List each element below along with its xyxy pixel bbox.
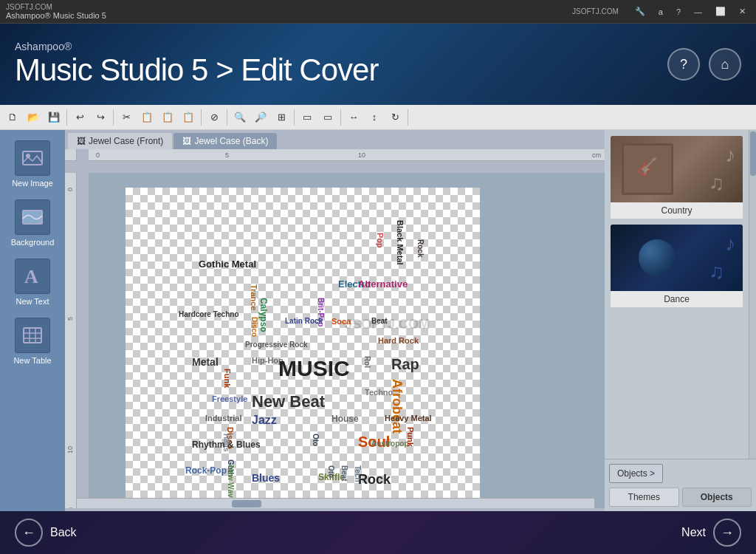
word-cloud-item: Oto: [312, 434, 320, 446]
theme-country-label: Country: [611, 202, 743, 219]
panel-scrollbar-thumb[interactable]: [750, 131, 756, 176]
panel-tab-themes[interactable]: Themes: [609, 488, 679, 507]
toolbar-sep-5: [294, 109, 295, 126]
zoom-out-button[interactable]: 🔎: [251, 108, 270, 127]
dance-img-bg: ♪ ♫: [611, 225, 743, 291]
panel-tab-objects[interactable]: Objects: [682, 488, 752, 507]
toolbar-sep-6: [340, 109, 341, 126]
theme-country[interactable]: 🎸 ♪ ♫ Country: [611, 136, 743, 219]
copy-button[interactable]: 📋: [137, 108, 157, 127]
new-button[interactable]: 🗋: [3, 108, 22, 127]
settings-button[interactable]: 🔧: [630, 5, 650, 18]
zoom-in-button[interactable]: 🔍: [230, 108, 250, 127]
toolbar-sep-3: [201, 109, 202, 126]
header-title: Ashampoo® Music Studio 5 > Edit Cover: [15, 41, 378, 88]
background-icon: [15, 199, 50, 235]
toolbar-sep-2: [113, 109, 114, 126]
close-button[interactable]: ✕: [735, 5, 750, 18]
word-cloud-item: Hardcore Techno: [179, 310, 239, 318]
back-circle: ←: [15, 519, 43, 547]
account-button[interactable]: a: [654, 6, 667, 18]
theme-dance[interactable]: ♪ ♫ Dance: [611, 225, 743, 307]
word-cloud-item: Jazz: [252, 414, 277, 427]
rotate-button[interactable]: ↻: [385, 108, 405, 127]
theme-dance-img: ♪ ♫: [611, 225, 743, 291]
tab-back-label: Jewel Case (Back): [194, 136, 268, 146]
delete-button[interactable]: ⊘: [205, 108, 224, 127]
paste-button[interactable]: 📋: [158, 108, 177, 127]
maximize-button[interactable]: ⬜: [711, 5, 730, 18]
new-table-label: New Table: [13, 356, 51, 365]
word-cloud-item: Tech: [354, 465, 362, 482]
new-image-label: New Image: [12, 179, 53, 188]
ruler-corner: [65, 149, 77, 161]
word-cloud-item: Blues: [252, 472, 280, 484]
sidebar-item-new-image[interactable]: New Image: [4, 136, 61, 192]
theme-dance-label: Dance: [611, 291, 743, 307]
objects-btn[interactable]: Objects >: [609, 464, 663, 483]
word-cloud-item: Rock-Pop: [185, 465, 227, 476]
h-scrollbar-thumb[interactable]: [232, 500, 261, 507]
help-button[interactable]: ?: [667, 48, 700, 81]
word-cloud: Gothic MetalTrancePopBlack MetalRockElec…: [126, 188, 480, 508]
sidebar-item-new-text[interactable]: A New Text: [4, 254, 61, 310]
next-button[interactable]: Next →: [681, 519, 741, 547]
word-cloud-item: Alternative: [358, 278, 408, 290]
right-panel-scroll[interactable]: 🎸 ♪ ♫ Country ♪ ♫: [605, 130, 749, 459]
next-label: Next: [681, 526, 706, 539]
flip-h-button[interactable]: ↔: [344, 108, 363, 127]
word-cloud-item: Beat: [340, 465, 348, 482]
flip-v-button[interactable]: ↕: [365, 108, 384, 127]
dance-globe: [639, 239, 676, 276]
save-button[interactable]: 💾: [44, 108, 63, 127]
new-table-icon: [15, 318, 50, 353]
right-panel: 🎸 ♪ ♫ Country ♪ ♫: [605, 130, 756, 511]
design-canvas[interactable]: Gothic MetalTrancePopBlack MetalRockElec…: [126, 188, 480, 508]
minimize-button[interactable]: —: [690, 6, 707, 18]
help-title-button[interactable]: ?: [672, 6, 685, 18]
cut-button[interactable]: ✂: [117, 108, 136, 127]
word-cloud-item: JSOFTJ.COM: [345, 317, 430, 332]
word-cloud-item: Afrobeat: [389, 379, 405, 434]
h-scrollbar[interactable]: [77, 498, 594, 508]
back-label: Back: [50, 526, 77, 539]
main-content: New Image Background A New Text: [0, 130, 756, 511]
toolbar-sep-1: [66, 109, 67, 126]
new-image-icon: [15, 140, 50, 176]
toolbar-sep-7: [408, 109, 408, 126]
background-label: Background: [11, 238, 55, 247]
sidebar-item-background[interactable]: Background: [4, 195, 61, 251]
home-button[interactable]: ⌂: [709, 48, 741, 81]
undo-button[interactable]: ↩: [70, 108, 89, 127]
word-cloud-item: Pop: [376, 233, 385, 248]
redo-button[interactable]: ↪: [91, 108, 110, 127]
word-cloud-item: Rock: [416, 239, 425, 257]
back-button[interactable]: ← Back: [15, 519, 77, 547]
paste2-button[interactable]: 📋: [179, 108, 198, 127]
tab-front-icon: 🖼: [77, 136, 86, 146]
word-cloud-item: New Wave: [227, 465, 235, 502]
left-sidebar: New Image Background A New Text: [0, 130, 65, 511]
toolbar: 🗋 📂 💾 ↩ ↪ ✂ 📋 📋 📋 ⊘ 🔍 🔎 ⊞ ▭ ▭ ↔ ↕ ↻: [0, 105, 756, 130]
new-text-icon: A: [15, 259, 50, 294]
brand-name: Ashampoo®: [15, 41, 378, 52]
word-cloud-item: Latin Rock: [285, 317, 323, 325]
tab-front[interactable]: 🖼 Jewel Case (Front): [68, 133, 172, 149]
word-cloud-item: Rock: [358, 472, 391, 488]
fit-button[interactable]: ⊞: [272, 108, 291, 127]
open-button[interactable]: 📂: [24, 108, 43, 127]
word-cloud-item: Freestyle: [212, 394, 247, 403]
word-cloud-item: Disco: [250, 317, 258, 337]
toolbar-sep-4: [227, 109, 227, 126]
align-right-button[interactable]: ▭: [318, 108, 337, 127]
panel-tabs: Themes Objects: [605, 488, 756, 511]
canvas-scroll-area[interactable]: Gothic MetalTrancePopBlack MetalRockElec…: [89, 173, 605, 508]
sidebar-item-new-table[interactable]: New Table: [4, 313, 61, 369]
panel-scrollbar[interactable]: [749, 130, 756, 459]
tab-back[interactable]: 🖼 Jewel Case (Back): [173, 133, 277, 149]
title-bar: JSOFTJ.COM Ashampoo® Music Studio 5 JSOF…: [0, 0, 756, 24]
align-left-button[interactable]: ▭: [298, 108, 317, 127]
canvas-tabs: 🖼 Jewel Case (Front) 🖼 Jewel Case (Back): [65, 130, 605, 149]
tab-front-label: Jewel Case (Front): [89, 136, 163, 146]
right-panel-bottom: Objects >: [605, 459, 756, 488]
